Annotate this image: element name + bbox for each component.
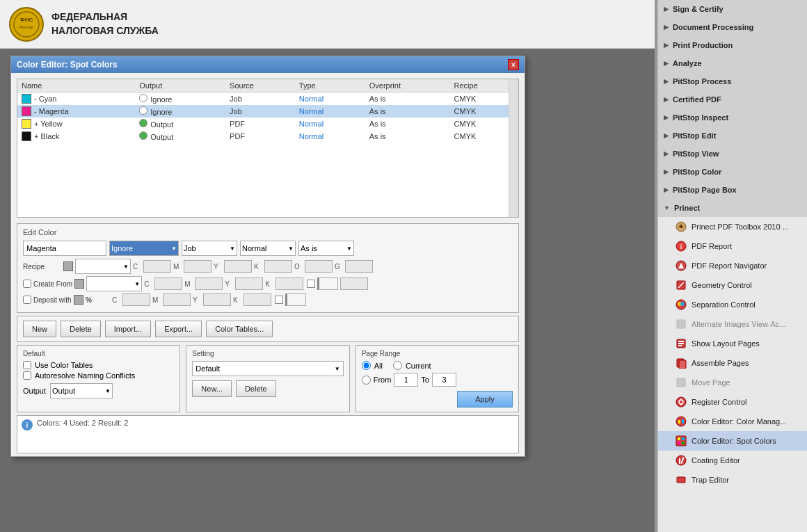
table-scrollbar[interactable] [509,79,518,217]
sidebar-item-document-processing[interactable]: ▶Document Processing [658,18,807,36]
svg-rect-29 [678,420,680,424]
table-row[interactable]: + BlackOutputPDFNormalAs isCMYK [17,130,518,143]
svg-rect-30 [682,419,684,424]
svg-rect-35 [682,442,685,444]
pitstop-view-label: PitStop View [673,150,801,158]
sidebar-item-separation-control[interactable]: Separation Control [658,295,807,314]
setting-section: Setting Default ▼ New... Delete [186,345,349,412]
setting-delete-button[interactable]: Delete [236,380,276,397]
dialog-close-button[interactable]: × [508,59,519,70]
from-input[interactable]: 1 [394,373,418,387]
sidebar-item-certified-pdf[interactable]: ▶Certified PDF [658,90,807,108]
setting-new-button[interactable]: New... [192,380,232,397]
to-input[interactable]: 3 [432,373,456,387]
sidebar-item-pitstop-inspect[interactable]: ▶PitStop Inspect [658,108,807,127]
page-range-section: Page Range All Current From 1 To 3 Apply [355,345,519,412]
sign-certify-arrow-icon: ▶ [664,6,669,13]
sidebar-item-move-page[interactable]: Move Page [658,373,807,392]
sidebar-item-assemble-pages[interactable]: Assemble Pages [658,353,807,373]
sidebar-item-geometry-control[interactable]: Geometry Control [658,275,807,295]
color-name-input[interactable] [23,241,106,256]
create-k-input[interactable] [275,277,303,290]
sidebar-item-pitstop-process[interactable]: ▶PitStop Process [658,72,807,90]
autoresolve-checkbox[interactable] [23,371,31,380]
sidebar-item-pitstop-edit[interactable]: ▶PitStop Edit [658,127,807,145]
deposit-swatch [74,295,83,305]
deposit-checkbox[interactable] [23,296,31,304]
svg-point-28 [676,417,686,426]
create-y-input[interactable] [235,277,263,290]
create-from-dropdown[interactable]: ▼ [86,276,142,291]
table-row[interactable]: - MagentaIgnoreJobNormalAs isCMYK [17,105,518,118]
from-radio[interactable] [362,376,371,385]
bottom-row: Default Use Color Tables Autoresolve Nam… [17,345,519,412]
logo: ФНС России [8,6,45,42]
recipe-y-input[interactable] [224,260,252,273]
recipe-m-input[interactable] [184,260,211,273]
sidebar-item-pitstop-view[interactable]: ▶PitStop View [658,145,807,163]
deposit-k-input[interactable] [243,293,271,306]
current-radio[interactable] [393,361,402,370]
right-sidebar: ▶Sign & Certify▶Document Processing▶Prin… [657,0,807,532]
sidebar-item-analyze[interactable]: ▶Analyze [658,54,807,72]
sidebar-item-pdf-report-nav[interactable]: PDF Report Navigator [658,256,807,275]
setting-dropdown[interactable]: Default ▼ [192,361,343,376]
col-source: Source [225,79,295,92]
document-processing-arrow-icon: ▶ [664,24,669,31]
create-m-input[interactable] [195,277,223,290]
create-checkbox2[interactable] [307,280,315,288]
sidebar-item-alternate-images[interactable]: Alternate Images View-Ac... [658,314,807,334]
recipe-g-input[interactable] [345,260,373,273]
sidebar-item-register-control[interactable]: Register Control [658,392,807,412]
create-from-checkbox[interactable] [23,280,31,288]
sidebar-item-prinect[interactable]: ▼Prinect [658,199,807,217]
apply-button[interactable]: Apply [457,391,513,408]
source-dropdown[interactable]: Job ▼ [182,241,237,256]
sidebar-item-trap-editor[interactable]: Trap Editor [658,470,807,490]
table-row[interactable]: + YellowOutputPDFNormalAs isCMYK [17,118,518,130]
delete-button[interactable]: Delete [61,321,101,337]
create-c-input[interactable] [154,277,182,290]
sidebar-item-pdf-toolbox[interactable]: Prinect PDF Toolbox 2010 ... [658,217,807,236]
use-color-tables-row: Use Color Tables [23,361,174,369]
company-title: ФЕДЕРАЛЬНАЯ НАЛОГОВАЯ СЛУЖБА [51,10,159,38]
deposit-c-input[interactable] [122,293,150,306]
color-editor-dialog: Color Editor: Spot Colors × Name Output … [10,56,525,457]
deposit-m-input[interactable] [163,293,191,306]
sidebar-item-sign-certify[interactable]: ▶Sign & Certify [658,0,807,18]
sidebar-item-pdf-report[interactable]: iPDF Report [658,236,807,256]
svg-rect-22 [679,360,686,369]
recipe-c-input[interactable] [143,260,171,273]
recipe-dropdown[interactable]: ▼ [75,259,131,274]
info-icon: i [22,419,33,430]
sidebar-item-color-editor-manage[interactable]: Color Editor: Color Manag... [658,412,807,431]
create-extra-input[interactable] [340,277,368,290]
svg-rect-19 [678,343,684,344]
deposit-y-input[interactable] [203,293,231,306]
color-tables-button[interactable]: Color Tables... [206,321,273,337]
export-button[interactable]: Export... [155,321,202,337]
output-value-dropdown[interactable]: Output ▼ [50,383,113,398]
new-button[interactable]: New [23,321,56,337]
sidebar-item-pitstop-color[interactable]: ▶PitStop Color [658,163,807,181]
sidebar-item-color-editor-spot[interactable]: Color Editor: Spot Colors [658,431,807,451]
register-control-label: Register Control [692,398,801,406]
sidebar-item-print-production[interactable]: ▶Print Production [658,36,807,54]
table-row[interactable]: - CyanIgnoreJobNormalAs isCMYK [17,92,518,106]
use-color-tables-checkbox[interactable] [23,361,31,369]
type-dropdown[interactable]: Normal ▼ [240,241,296,256]
sidebar-item-pitstop-page-box[interactable]: ▶PitStop Page Box [658,181,807,199]
svg-rect-20 [678,345,682,346]
overprint-dropdown[interactable]: As is ▼ [298,241,354,256]
output-dropdown[interactable]: Ignore ▼ [109,241,179,256]
deposit-checkbox2[interactable] [275,296,283,304]
color-table-area[interactable]: Name Output Source Type Overprint Recipe… [17,79,519,218]
all-radio[interactable] [362,361,371,370]
pdf-toolbox-label: Prinect PDF Toolbox 2010 ... [692,223,801,231]
sidebar-item-show-layout[interactable]: Show Layout Pages [658,334,807,353]
move-page-label: Move Page [692,378,801,387]
import-button[interactable]: Import... [105,321,151,337]
recipe-o-input[interactable] [305,260,333,273]
sidebar-item-coating-editor[interactable]: Coating Editor [658,451,807,470]
recipe-k-input[interactable] [264,260,292,273]
